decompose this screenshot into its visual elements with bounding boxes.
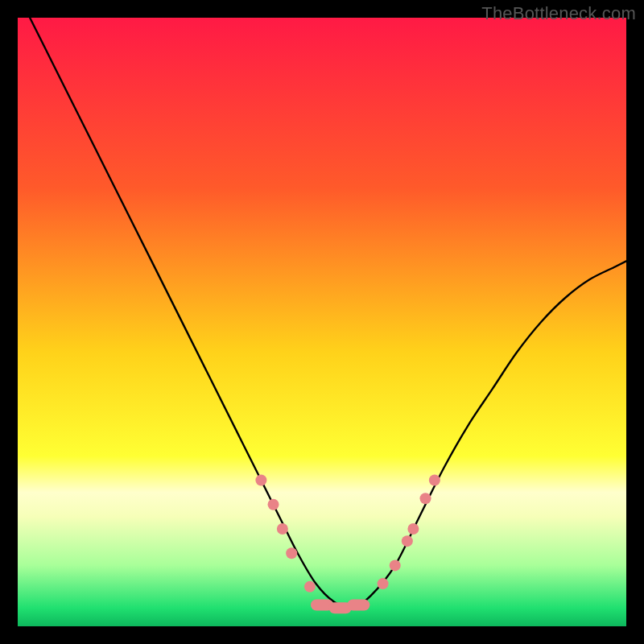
highlight-marker <box>268 499 279 510</box>
gradient-background <box>18 18 626 626</box>
watermark-text: TheBottleneck.com <box>481 3 636 24</box>
highlight-marker <box>378 578 389 589</box>
highlight-marker <box>429 475 440 486</box>
chart-frame <box>18 18 626 626</box>
bottleneck-chart <box>18 18 626 626</box>
highlight-marker <box>407 523 419 535</box>
highlight-marker <box>304 581 316 592</box>
highlight-marker <box>390 559 401 571</box>
highlight-marker <box>255 475 266 486</box>
highlight-marker <box>286 547 297 559</box>
highlight-marker <box>277 523 288 535</box>
highlight-marker <box>420 493 431 504</box>
highlight-marker <box>402 535 413 547</box>
highlight-marker <box>347 600 369 611</box>
